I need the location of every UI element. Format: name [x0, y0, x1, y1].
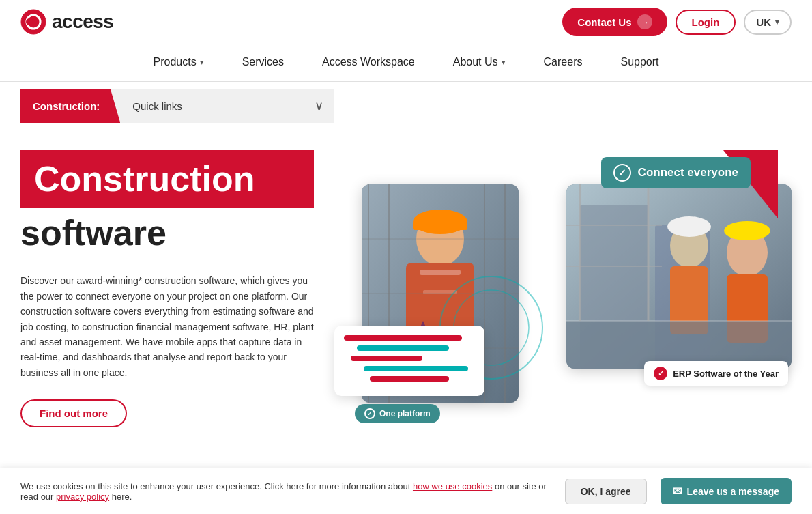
- nav-products-chevron-icon: ▾: [200, 58, 204, 67]
- erp-badge: ✓ ERP Software of the Year: [644, 361, 788, 386]
- quick-links-label-text: Construction:: [33, 100, 100, 112]
- quick-links-chevron-icon[interactable]: ∨: [315, 98, 334, 113]
- hero-right-illustration: ✓ Connect everyone: [334, 150, 792, 437]
- one-platform-label: One platform: [379, 409, 431, 418]
- logo[interactable]: access: [20, 9, 113, 35]
- hero-description: Discover our award-winning* construction…: [20, 273, 314, 380]
- login-button[interactable]: Login: [676, 10, 736, 35]
- svg-point-2: [26, 18, 33, 25]
- gantt-chart-card: [334, 326, 484, 396]
- nav-products-label: Products: [153, 56, 196, 68]
- uk-selector-button[interactable]: UK ▾: [744, 10, 792, 35]
- main-navigation: Products ▾ Services Access Workspace Abo…: [0, 44, 812, 82]
- nav-about-us[interactable]: About Us ▾: [434, 44, 525, 82]
- contact-arrow-icon: →: [637, 14, 652, 29]
- contact-button[interactable]: Contact Us →: [562, 8, 667, 36]
- gantt-bar-2: [357, 345, 448, 351]
- quick-links-bar[interactable]: Construction: Quick links ∨: [20, 89, 334, 123]
- erp-check-icon: ✓: [654, 367, 667, 380]
- quick-links-text: Quick links: [120, 100, 315, 112]
- uk-chevron-icon: ▾: [775, 18, 779, 27]
- gantt-bar-1: [344, 335, 462, 341]
- nav-access-workspace-label: Access Workspace: [322, 56, 415, 68]
- svg-point-24: [667, 216, 711, 237]
- hero-title-black: software: [20, 208, 314, 258]
- hero-section: Construction software Discover our award…: [0, 130, 812, 437]
- contact-button-label: Contact Us: [577, 16, 631, 28]
- nav-services[interactable]: Services: [223, 44, 303, 82]
- nav-about-us-label: About Us: [453, 56, 498, 68]
- gantt-bar-5: [370, 376, 448, 382]
- find-out-more-label: Find out more: [40, 408, 108, 419]
- gantt-bar-3: [351, 356, 423, 361]
- access-logo-icon: [20, 9, 46, 35]
- logo-text: access: [52, 11, 113, 33]
- connect-everyone-label: Connect everyone: [638, 166, 738, 180]
- svg-point-0: [21, 10, 46, 34]
- login-button-label: Login: [692, 16, 720, 28]
- nav-products[interactable]: Products ▾: [134, 44, 222, 82]
- find-out-more-button[interactable]: Find out more: [20, 399, 127, 427]
- erp-badge-label: ERP Software of the Year: [673, 369, 779, 379]
- nav-careers[interactable]: Careers: [525, 44, 602, 82]
- nav-services-label: Services: [242, 56, 284, 68]
- gantt-bar-4: [364, 366, 469, 371]
- svg-point-27: [724, 221, 770, 240]
- connect-everyone-badge: ✓ Connect everyone: [601, 157, 751, 188]
- hero-title-box: Construction: [20, 150, 314, 208]
- nav-about-chevron-icon: ▾: [502, 58, 506, 67]
- nav-support[interactable]: Support: [601, 44, 678, 82]
- one-platform-badge: ✓ One platform: [355, 404, 440, 423]
- nav-support-label: Support: [620, 56, 658, 68]
- one-platform-check-icon: ✓: [364, 408, 375, 419]
- svg-rect-9: [413, 222, 467, 230]
- nav-careers-label: Careers: [544, 56, 583, 68]
- hero-title-red: Construction: [34, 160, 300, 199]
- connect-check-icon: ✓: [613, 164, 631, 182]
- top-bar: access Contact Us → Login UK ▾: [0, 0, 812, 44]
- nav-access-workspace[interactable]: Access Workspace: [303, 44, 434, 82]
- quick-links-label: Construction:: [20, 89, 120, 123]
- top-bar-actions: Contact Us → Login UK ▾: [562, 8, 792, 36]
- quick-links-section: Construction: Quick links ∨: [0, 82, 812, 130]
- hero-left-content: Construction software Discover our award…: [20, 150, 334, 437]
- uk-label: UK: [756, 16, 771, 28]
